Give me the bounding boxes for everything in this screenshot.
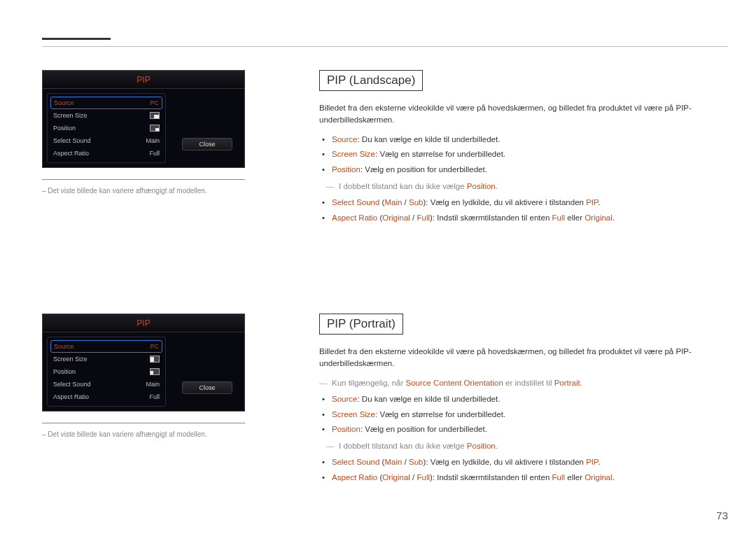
list-item: Aspect Ratio (Original / Full): Indstil … bbox=[332, 212, 728, 225]
header-divider bbox=[42, 46, 728, 47]
intro-text: Billedet fra den eksterne videokilde vil… bbox=[319, 346, 728, 370]
close-button: Close bbox=[182, 381, 232, 394]
osd-row-position: Position bbox=[50, 122, 162, 134]
footnote-text: – Det viste billede kan variere afhængig… bbox=[42, 187, 294, 195]
list-item: Source: Du kan vælge en kilde til underb… bbox=[332, 393, 728, 406]
osd-row-source: Source PC bbox=[50, 97, 162, 109]
osd-value: Main bbox=[146, 381, 160, 388]
osd-label: Position bbox=[53, 368, 76, 375]
osd-preview-landscape: PIP Source PC Screen Size Position bbox=[42, 70, 294, 195]
header-accent-rule bbox=[42, 38, 111, 40]
section-pip-portrait: PIP (Portrait) Billedet fra den eksterne… bbox=[319, 314, 728, 489]
intro-text: Billedet fra den eksterne videokilde vil… bbox=[319, 102, 728, 127]
osd-row-source: Source PC bbox=[50, 340, 162, 353]
osd-row-aspectratio: Aspect Ratio Full bbox=[50, 391, 162, 403]
screensize-icon bbox=[150, 356, 160, 363]
footnote-divider bbox=[42, 423, 245, 423]
osd-label: Screen Size bbox=[53, 356, 88, 363]
list-item: Screen Size: Vælg en størrelse for under… bbox=[332, 148, 728, 161]
osd-row-position: Position bbox=[50, 365, 162, 378]
section-pip-landscape: PIP (Landscape) Billedet fra den ekstern… bbox=[319, 70, 728, 229]
footnote-text: – Det viste billede kan variere afhængig… bbox=[42, 430, 294, 438]
screensize-icon bbox=[150, 112, 160, 119]
osd-label: Aspect Ratio bbox=[53, 150, 89, 157]
osd-row-aspectratio: Aspect Ratio Full bbox=[50, 147, 162, 160]
position-icon bbox=[150, 125, 160, 132]
osd-value: Main bbox=[146, 137, 160, 144]
osd-label: Screen Size bbox=[53, 112, 88, 119]
list-item: Position: Vælg en position for underbill… bbox=[332, 164, 728, 176]
osd-label: Source bbox=[54, 343, 74, 350]
osd-label: Select Sound bbox=[53, 381, 91, 388]
list-item: Screen Size: Vælg en størrelse for under… bbox=[332, 409, 728, 421]
osd-label: Select Sound bbox=[53, 137, 91, 144]
osd-value: Full bbox=[149, 150, 160, 157]
page-number: 73 bbox=[716, 510, 728, 521]
osd-row-selectsound: Select Sound Main bbox=[50, 134, 162, 147]
list-item: Position: Vælg en position for underbill… bbox=[332, 423, 728, 436]
section-heading: PIP (Portrait) bbox=[319, 314, 403, 335]
note-text: I dobbelt tilstand kan du ikke vælge Pos… bbox=[339, 181, 728, 192]
osd-row-screensize: Screen Size bbox=[50, 109, 162, 122]
osd-label: Aspect Ratio bbox=[53, 393, 89, 400]
list-item: Source: Du kan vælge en kilde til underb… bbox=[332, 134, 728, 146]
list-item: Aspect Ratio (Original / Full): Indstil … bbox=[332, 472, 728, 484]
osd-title: PIP bbox=[43, 71, 244, 89]
note-text: I dobbelt tilstand kan du ikke vælge Pos… bbox=[339, 440, 728, 452]
osd-preview-portrait: PIP Source PC Screen Size Position bbox=[42, 314, 294, 438]
section-heading: PIP (Landscape) bbox=[319, 70, 423, 91]
osd-label: Position bbox=[53, 125, 76, 132]
list-item: Select Sound (Main / Sub): Vælg en lydki… bbox=[332, 456, 728, 469]
osd-title: PIP bbox=[43, 314, 244, 332]
osd-row-selectsound: Select Sound Main bbox=[50, 378, 162, 391]
osd-label: Source bbox=[54, 99, 74, 106]
close-button: Close bbox=[182, 138, 232, 150]
osd-row-screensize: Screen Size bbox=[50, 353, 162, 365]
note-text: Kun tilgængelig, når Source Content Orie… bbox=[332, 377, 728, 389]
position-icon bbox=[150, 368, 160, 375]
osd-value: PC bbox=[150, 343, 159, 350]
footnote-divider bbox=[42, 179, 245, 180]
list-item: Select Sound (Main / Sub): Vælg en lydki… bbox=[332, 197, 728, 209]
osd-value: PC bbox=[150, 99, 159, 106]
osd-value: Full bbox=[149, 393, 160, 400]
